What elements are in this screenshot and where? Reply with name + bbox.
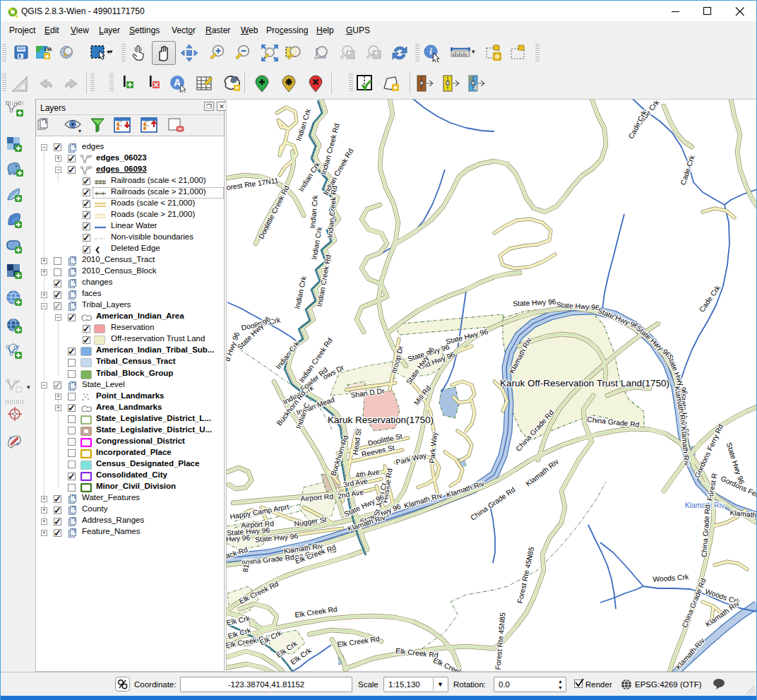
svg-text:Karuk Reservation(1750): Karuk Reservation(1750) xyxy=(328,415,434,425)
svg-text:i: i xyxy=(429,46,432,57)
svg-text:1W: 1W xyxy=(44,46,52,52)
svg-text:A: A xyxy=(174,77,181,88)
svg-text:Karuk Off-Reservation Trust La: Karuk Off-Reservation Trust Land(1750) xyxy=(500,378,669,388)
